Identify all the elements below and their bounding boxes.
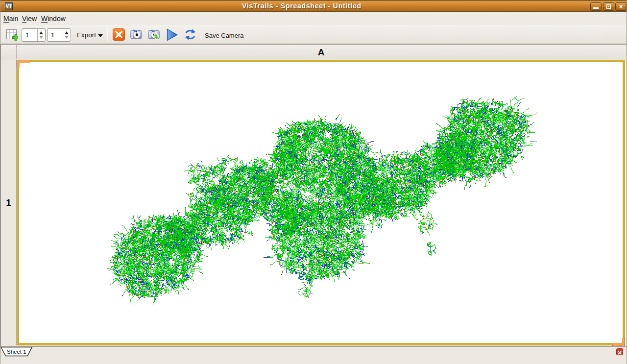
svg-text:Sheet 1: Sheet 1 (7, 349, 26, 355)
